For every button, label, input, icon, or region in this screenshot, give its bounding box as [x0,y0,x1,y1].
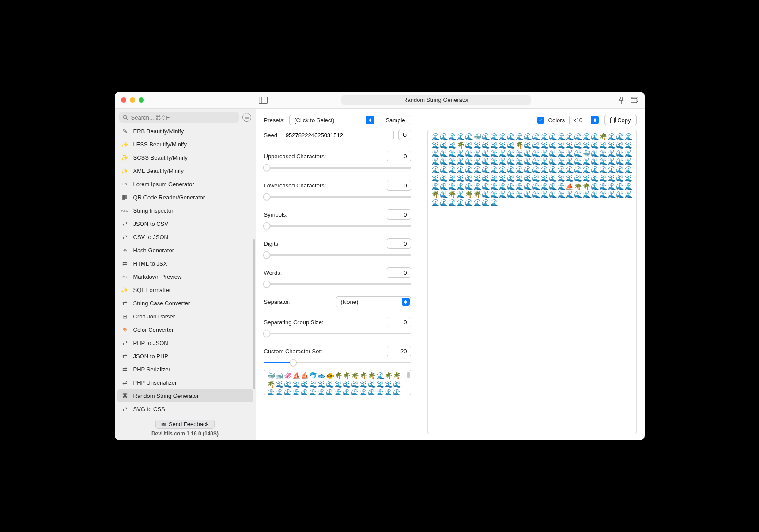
sidebar-item-label: String Inspector [133,207,174,214]
lowercased-slider[interactable] [264,193,411,200]
sidebar-item[interactable]: ⇄String Case Converter [117,296,253,310]
digits-input[interactable] [387,238,411,249]
symbols-label: Symbols: [264,211,287,218]
presets-value: (Click to Select) [294,117,334,124]
output-panel: ✓ Colors x10 ▴▾ Copy 🌊🌊🌊🌊🌊🐳🌊🌊🌊🌊 [419,109,645,440]
uppercased-slider[interactable] [264,164,411,171]
words-slider[interactable] [264,281,411,288]
sidebar-item-label: HTML to JSX [133,260,167,267]
chevron-updown-icon: ▴▾ [366,116,374,124]
sidebar-item[interactable]: ⊞Cron Job Parser [117,310,253,323]
customset-textarea[interactable]: 🐳🐋🦑⛵⛵🐬🐟🐠🌴🌴🌴🌴🌴🌊🌴🌴🌴🌊🌊🌊🌊🌊🌊🌊🌊🌊🌊🌊🌊🌊🌊🌊🌊🌊🌊🌊🌊🌊🌊🌊… [264,370,411,395]
separator-value: (None) [341,299,359,305]
sidebar-item[interactable]: ▦QR Code Reader/Generator [117,191,253,204]
window-controls [115,97,256,103]
window-title: Random String Generator [341,95,531,105]
groupsize-label: Separating Group Size: [264,319,324,326]
sidebar-item-label: JSON to PHP [133,353,168,360]
customset-scrollbar[interactable] [407,372,410,378]
chevron-updown-icon: ▴▾ [591,116,599,124]
feedback-label: Send Feedback [169,421,209,427]
sidebar-item-label: XML Beautify/Minify [133,168,184,174]
sidebar-item[interactable]: ⇄JSON to PHP [117,349,253,363]
tool-icon: ⇄ [121,352,129,360]
app-window: Random String Generator [115,92,645,440]
minimize-icon[interactable] [130,97,135,103]
lowercased-label: Lowercased Characters: [264,182,326,189]
tool-icon: ⌾ [121,247,129,254]
sidebar-item[interactable]: ABCString Inspector [117,204,253,217]
toggle-sidebar-icon[interactable] [259,97,268,104]
chevron-updown-icon: ▴▾ [402,298,410,306]
sidebar-item[interactable]: ⇄CSV to JSON [117,230,253,244]
tool-icon: ⇄ [121,260,129,267]
tool-icon: ✨ [121,167,129,174]
groupsize-slider[interactable] [264,330,411,337]
sidebar-item-label: Markdown Preview [133,273,182,280]
sidebar-item[interactable]: 🎨Color Converter [117,323,253,336]
sidebar-scrollbar[interactable] [253,239,255,389]
sidebar-item[interactable]: ✨LESS Beautify/Minify [117,138,253,151]
mail-icon: ✉ [161,421,166,427]
copy-icon [610,117,616,123]
symbols-slider[interactable] [264,222,411,229]
svg-line-5 [126,118,128,120]
uppercased-input[interactable] [387,151,411,161]
sidebar-item[interactable]: ⇄PHP Serializer [117,363,253,376]
sidebar-item-label: SVG to CSS [133,406,165,412]
tool-icon: ▦ [121,194,129,201]
search-input[interactable] [131,114,235,121]
svg-point-4 [123,115,127,119]
sidebar-item-label: Hash Generator [133,247,174,254]
sidebar-item[interactable]: ⇄PHP to JSON [117,336,253,349]
sidebar-item-label: JSON to CSV [133,221,168,227]
pin-icon[interactable] [618,97,624,104]
sidebar-item[interactable]: ✨SCSS Beautify/Minify [117,151,253,164]
colors-checkbox[interactable]: ✓ [537,117,544,124]
sidebar-item[interactable]: ⇄JSON to CSV [117,217,253,230]
digits-slider[interactable] [264,251,411,259]
sidebar-item-label: CSV to JSON [133,234,168,240]
sidebar-item[interactable]: ✎ERB Beautify/Minify [117,124,253,138]
groupsize-input[interactable] [387,317,411,327]
controls-panel: Presets: (Click to Select) ▴▾ Sample See… [256,109,419,440]
sample-button[interactable]: Sample [380,115,411,125]
sidebar-item[interactable]: ✨XML Beautify/Minify [117,164,253,177]
sidebar-item[interactable]: ⇄SVG to CSS [117,402,253,416]
symbols-input[interactable] [387,209,411,220]
windows-icon[interactable] [631,97,638,103]
zoom-icon[interactable] [139,97,144,103]
sidebar-item[interactable]: ✨SQL Formatter [117,283,253,296]
sidebar-item[interactable]: ⌾Hash Generator [117,244,253,257]
copy-button[interactable]: Copy [604,115,636,125]
sidebar-item[interactable]: ⇄HTML to JSX [117,257,253,270]
seed-input[interactable] [282,130,394,140]
sidebar-item[interactable]: ⌘Random String Generator [117,389,253,402]
multiplier-select[interactable]: x10 ▴▾ [569,115,600,125]
customset-input[interactable] [387,346,411,356]
svg-rect-3 [631,98,637,103]
send-feedback-button[interactable]: ✉ Send Feedback [155,420,215,429]
words-input[interactable] [387,267,411,278]
search-icon [123,115,128,120]
sidebar-item-label: SCSS Beautify/Minify [133,154,188,161]
sidebar-item-label: PHP to JSON [133,340,168,346]
tool-list[interactable]: ✎ERB Beautify/Minify✨LESS Beautify/Minif… [115,124,256,417]
tool-icon: ⇄ [121,233,129,240]
sidebar-item-label: SQL Formatter [133,287,171,293]
sidebar-item[interactable]: M↓Markdown Preview [117,270,253,283]
tool-icon: ⇄ [121,379,129,386]
output-textarea[interactable]: 🌊🌊🌊🌊🌊🐳🌊🌊🌊🌊🌊🌊🌊🌊🌊🌊🌊🌊🌊🌊🌴🌊🌊🌊🌊🌊🌊🌴🌊🌊🌊🌊🌊🌊🌴🌊🌊🌊🌊🌊… [427,130,637,434]
presets-select[interactable]: (Click to Select) ▴▾ [289,115,375,125]
regenerate-seed-button[interactable]: ↻ [398,130,411,140]
list-options-icon[interactable] [242,113,251,122]
lowercased-input[interactable] [387,180,411,191]
sidebar-item-label: Lorem Ipsum Generator [133,181,194,187]
sidebar-item[interactable]: ⇄PHP Unserializer [117,376,253,389]
tool-icon: ⇄ [121,366,129,373]
customset-slider[interactable] [264,359,411,366]
sidebar-item[interactable]: LOLorem Ipsum Generator [117,177,253,191]
separator-select[interactable]: (None) ▴▾ [336,296,411,307]
close-icon[interactable] [121,97,126,103]
search-input-wrap[interactable] [119,112,239,123]
